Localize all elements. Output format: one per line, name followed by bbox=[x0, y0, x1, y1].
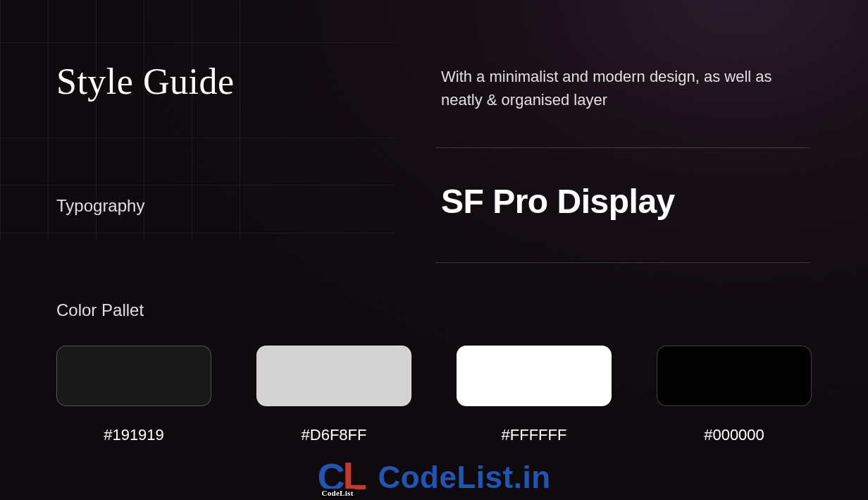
swatch-box bbox=[256, 346, 411, 406]
divider bbox=[435, 147, 810, 148]
swatch-hex: #D6F8FF bbox=[302, 426, 367, 444]
logo-subtext: CodeList bbox=[320, 489, 354, 497]
swatch-hex: #000000 bbox=[704, 426, 764, 444]
swatch-hex: #FFFFFF bbox=[502, 426, 567, 444]
color-swatch: #000000 bbox=[657, 346, 812, 444]
intro-text: With a minimalist and modern design, as … bbox=[441, 65, 807, 111]
watermark-logo: C L CodeList bbox=[317, 458, 369, 497]
swatch-hex: #191919 bbox=[104, 426, 164, 444]
color-swatch: #FFFFFF bbox=[457, 346, 612, 444]
typography-label: Typography bbox=[56, 196, 144, 216]
watermark-text: CodeList.in bbox=[378, 460, 550, 495]
divider bbox=[435, 262, 810, 263]
color-swatch: #191919 bbox=[56, 346, 211, 444]
color-swatch: #D6F8FF bbox=[256, 346, 411, 444]
color-palette-label: Color Pallet bbox=[56, 300, 144, 320]
page-title: Style Guide bbox=[56, 61, 234, 102]
typography-value: SF Pro Display bbox=[441, 182, 675, 221]
watermark: C L CodeList CodeList.in bbox=[317, 458, 550, 497]
color-swatches: #191919 #D6F8FF #FFFFFF #000000 bbox=[56, 346, 812, 444]
swatch-box bbox=[657, 346, 812, 406]
swatch-box bbox=[56, 346, 211, 406]
swatch-box bbox=[457, 346, 612, 406]
